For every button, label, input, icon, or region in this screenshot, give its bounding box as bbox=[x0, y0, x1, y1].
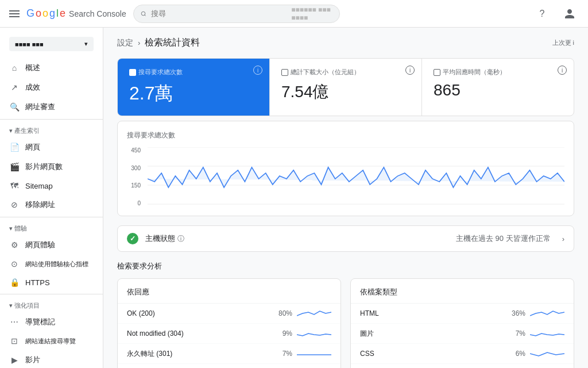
analysis-row-js: JavaScript 6% bbox=[351, 364, 574, 368]
video2-icon: ▶ bbox=[9, 355, 20, 365]
property-section: ■■■■ ■■■ ▾ bbox=[0, 32, 103, 58]
host-status-info[interactable]: ⓘ bbox=[177, 234, 184, 244]
spark-ok200 bbox=[297, 308, 331, 319]
analysis-card-response: 依回應 OK (200) 80% Not modified (304) 9% 永… bbox=[117, 278, 341, 368]
sitelinks-icon: ⊡ bbox=[9, 336, 20, 346]
svg-point-0 bbox=[141, 12, 145, 16]
host-status-arrow: › bbox=[562, 235, 564, 243]
account-button[interactable] bbox=[560, 5, 579, 23]
sidebar-item-core-vitals[interactable]: ⊙ 網站使用體驗核心指標 bbox=[0, 255, 98, 273]
divider-1 bbox=[0, 119, 103, 120]
sidebar-item-url-inspection[interactable]: 🔍 網址審查 bbox=[0, 97, 98, 117]
stat-label-avg-response: 平均回應時間（毫秒） bbox=[434, 68, 562, 76]
chart-svg bbox=[148, 147, 564, 205]
sidebar-item-https[interactable]: 🔒 HTTPS bbox=[0, 273, 98, 292]
chart-title: 搜尋要求總次數 bbox=[127, 131, 564, 140]
spark-html bbox=[530, 308, 564, 319]
breadcrumb-icon: ⋯ bbox=[9, 317, 20, 327]
section-label-index: ▾ 產生索引 bbox=[0, 122, 103, 137]
content-area: 設定 › 檢索統計資料 上次更 i 搜尋要求總次數 2.7萬 i 總計下載大小（… bbox=[103, 28, 588, 368]
breadcrumb-separator: › bbox=[138, 39, 140, 47]
sidebar-label-overview: 概述 bbox=[25, 63, 40, 73]
google-logo: Google Search Console bbox=[26, 7, 126, 20]
sitemap-icon: 🗺 bbox=[9, 181, 20, 190]
analysis-row-301: 永久轉址 (301) 7% bbox=[118, 344, 341, 364]
sidebar-item-pages[interactable]: 📄 網頁 bbox=[0, 137, 98, 157]
pages-icon: 📄 bbox=[9, 143, 20, 152]
sidebar-item-video[interactable]: 🎬 影片網頁數 bbox=[0, 157, 98, 177]
help-button[interactable]: ? bbox=[533, 5, 551, 23]
divider-3 bbox=[0, 294, 103, 294]
search-bar[interactable]: ■■■■■■ ■■■ ■■■■ bbox=[133, 5, 340, 23]
sidebar-label-url-inspection: 網址審查 bbox=[25, 102, 55, 112]
chart-y-axis: 450 300 150 0 bbox=[127, 147, 143, 206]
stat-label-search-requests: 搜尋要求總次數 bbox=[129, 68, 258, 76]
core-vitals-icon: ⊙ bbox=[9, 259, 20, 269]
account-icon bbox=[564, 8, 575, 20]
video-icon: 🎬 bbox=[9, 162, 20, 171]
sidebar-item-web-vitals[interactable]: ⚙ 網頁體驗 bbox=[0, 235, 98, 255]
stat-info-search-requests[interactable]: i bbox=[253, 66, 262, 75]
stat-info-avg-response[interactable]: i bbox=[558, 66, 567, 75]
remove-icon: ⊘ bbox=[9, 200, 20, 209]
section-label-enhancements: ▾ 強化項目 bbox=[0, 297, 103, 312]
spark-css bbox=[530, 348, 564, 359]
dropdown-icon: ▾ bbox=[84, 40, 88, 48]
stat-value-avg-response: 865 bbox=[434, 81, 562, 99]
search-icon: 🔍 bbox=[9, 102, 20, 112]
analysis-row-html: HTML 36% bbox=[351, 304, 574, 324]
spark-304 bbox=[297, 328, 331, 339]
topbar-actions: ? bbox=[533, 5, 579, 23]
status-description: 主機在過去 90 天皆運作正常 bbox=[456, 233, 551, 244]
performance-icon: ↗ bbox=[9, 83, 20, 92]
analysis-row-304: Not modified (304) 9% bbox=[118, 324, 341, 344]
spark-images bbox=[530, 328, 564, 339]
sidebar-label-breadcrumb: 導覽標記 bbox=[25, 317, 55, 327]
sidebar-item-overview[interactable]: ⌂ 概述 bbox=[0, 58, 98, 78]
section-label-experience: ▾ 體驗 bbox=[0, 220, 103, 235]
sidebar-label-sitelinks: 網站連結搜尋導覽 bbox=[25, 337, 76, 346]
spark-301 bbox=[297, 348, 331, 359]
sidebar-item-sitemap[interactable]: 🗺 Sitemap bbox=[0, 177, 98, 195]
stat-info-download-size[interactable]: i bbox=[405, 66, 415, 75]
analysis-row-css: CSS 6% bbox=[351, 344, 574, 364]
sidebar-item-breadcrumb[interactable]: ⋯ 導覽標記 bbox=[0, 312, 98, 332]
topbar: Google Search Console ■■■■■■ ■■■ ■■■■ ? bbox=[0, 0, 588, 28]
sidebar-label-web-vitals: 網頁體驗 bbox=[25, 240, 55, 250]
stat-label-download-size: 總計下載大小（位元組） bbox=[281, 68, 410, 76]
home-icon: ⌂ bbox=[9, 63, 20, 72]
breadcrumb-parent[interactable]: 設定 bbox=[117, 38, 133, 48]
sidebar-item-sitelinks[interactable]: ⊡ 網站連結搜尋導覽 bbox=[0, 332, 98, 350]
sidebar-label-video2: 影片 bbox=[25, 355, 40, 365]
search-icon bbox=[141, 10, 146, 18]
sidebar: ■■■■ ■■■ ▾ ⌂ 概述 ↗ 成效 🔍 網址審查 ▾ 產生索引 📄 網頁 … bbox=[0, 28, 103, 368]
menu-toggle[interactable] bbox=[9, 10, 20, 17]
sidebar-item-performance[interactable]: ↗ 成效 bbox=[0, 78, 98, 97]
host-status[interactable]: ✓ 主機狀態 ⓘ 主機在過去 90 天皆運作正常 › bbox=[117, 225, 574, 252]
analysis-row-images: 圖片 7% bbox=[351, 324, 574, 344]
analysis-grid: 依回應 OK (200) 80% Not modified (304) 9% 永… bbox=[117, 278, 574, 368]
analysis-section: 檢索要求分析 依回應 OK (200) 80% Not modified (30… bbox=[117, 261, 574, 368]
property-selector[interactable]: ■■■■ ■■■ ▾ bbox=[9, 37, 94, 51]
stat-value-download-size: 7.54億 bbox=[281, 81, 410, 103]
analysis-card-filetype: 依檔案類型 HTML 36% 圖片 7% CSS 6% bbox=[350, 278, 574, 368]
breadcrumb-current: 檢索統計資料 bbox=[145, 37, 200, 49]
vitals-icon: ⚙ bbox=[9, 240, 20, 250]
sidebar-label-pages: 網頁 bbox=[25, 142, 40, 152]
sidebar-label-remove-url: 移除網址 bbox=[25, 200, 55, 210]
sidebar-item-video2[interactable]: ▶ 影片 bbox=[0, 350, 98, 368]
analysis-row-404: 找不到 (404) 3% bbox=[118, 364, 341, 368]
stat-card-download-size: 總計下載大小（位元組） 7.54億 i bbox=[270, 59, 422, 116]
stats-row: 搜尋要求總次數 2.7萬 i 總計下載大小（位元組） 7.54億 i 平均回應時… bbox=[117, 58, 574, 116]
lock-icon: 🔒 bbox=[9, 278, 20, 287]
divider-2 bbox=[0, 217, 103, 217]
sidebar-label-https: HTTPS bbox=[25, 278, 50, 287]
status-dot: ✓ bbox=[127, 233, 138, 244]
sidebar-label-video: 影片網頁數 bbox=[25, 162, 63, 172]
sidebar-item-remove-url[interactable]: ⊘ 移除網址 bbox=[0, 195, 98, 214]
last-updated: 上次更 i bbox=[552, 39, 575, 47]
analysis-row-ok200: OK (200) 80% bbox=[118, 304, 341, 324]
status-label: 主機狀態 ⓘ bbox=[145, 233, 184, 244]
analysis-card-title-filetype: 依檔案類型 bbox=[351, 279, 574, 304]
search-input[interactable] bbox=[151, 9, 287, 18]
